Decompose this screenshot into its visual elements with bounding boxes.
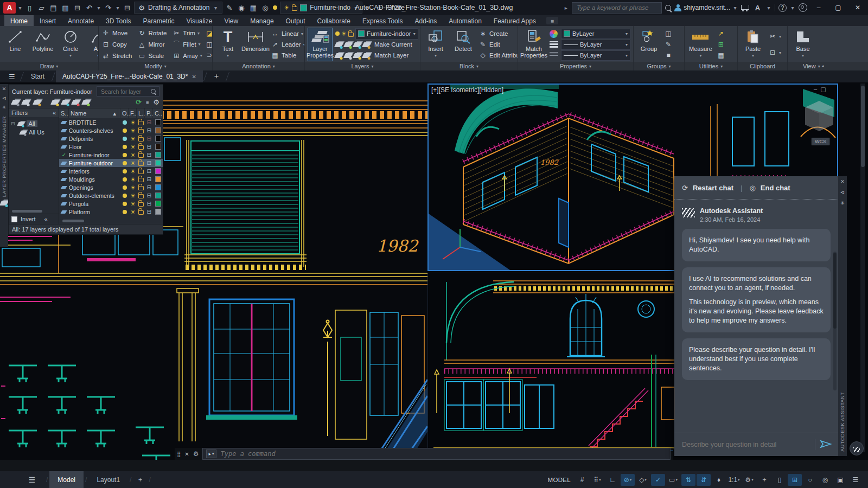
filters-collapse-icon[interactable]: « (53, 110, 56, 116)
quick-calc-button[interactable]: ▦ (717, 50, 725, 61)
measure-button[interactable]: Measure ▾ (687, 28, 714, 61)
layer-on-toggle[interactable] (121, 153, 129, 157)
file-tabs-menu-icon[interactable]: ☰ (4, 70, 20, 82)
batch-plot-icon[interactable]: ⊟ (122, 2, 132, 13)
ribbon-options-icon[interactable]: ■ (546, 17, 558, 24)
create-button[interactable]: ∗Create (478, 29, 518, 39)
layer-row-platform[interactable]: Platform☀⊟ (59, 208, 163, 216)
layer-freeze-toggle[interactable]: ☀ (129, 128, 137, 133)
layer-color-cell[interactable] (153, 168, 163, 174)
status-annotation-scale-toggle[interactable]: 1:1▾ (727, 474, 741, 486)
maximize-button[interactable]: ▢ (830, 1, 846, 14)
layer-row-brdtitle[interactable]: BRDTITLE☀⊟ (59, 118, 163, 126)
layer-on-toggle[interactable] (121, 210, 129, 214)
layer-freeze-toggle[interactable]: ☀ (129, 177, 137, 182)
lightbulb-icon[interactable] (273, 5, 277, 10)
column-header-o-[interactable]: O.. (120, 108, 129, 118)
redo-icon[interactable]: ↷ (103, 2, 113, 13)
annotation-scale-caret-icon[interactable]: ▾ (738, 478, 740, 482)
text-caret-icon[interactable]: ▾ (227, 53, 229, 59)
undo-caret-icon[interactable]: ▾ (96, 2, 101, 13)
layer-lock-toggle[interactable] (137, 127, 145, 133)
layer-plot-toggle[interactable]: ⊟ (145, 192, 153, 198)
minimize-button[interactable]: ‒ (810, 1, 827, 14)
match-properties-button[interactable]: Match Properties (521, 28, 547, 61)
selection-cycling-caret-icon[interactable]: ▾ (675, 478, 678, 482)
layer-plot-toggle[interactable]: ⊟ (145, 119, 153, 125)
ribbon-tab-3d-tools[interactable]: 3D Tools (100, 15, 137, 26)
ungroup-button[interactable]: ◫ (664, 29, 673, 39)
layer-lock-toggle[interactable] (137, 192, 145, 198)
make-current-button[interactable]: Make Current (335, 40, 418, 50)
privacy-icon[interactable] (799, 3, 807, 12)
layer-freeze-toggle[interactable]: ☀ (129, 144, 137, 150)
isolate-icon[interactable]: ■ (146, 100, 149, 105)
end-chat-button[interactable]: End chat (761, 184, 790, 192)
polar-tracking-caret-icon[interactable]: ▾ (630, 478, 632, 482)
polyline-button[interactable]: Polyline (30, 28, 55, 61)
group-select-button[interactable]: ■ (664, 50, 673, 61)
layer-on-toggle[interactable] (121, 161, 129, 165)
status-isometric-drafting-toggle[interactable]: ◇▾ (636, 474, 650, 486)
move-button[interactable]: ✛Move (101, 28, 132, 38)
ribbon-tab-express-tools[interactable]: Express Tools (356, 15, 409, 26)
layer-freeze-toggle[interactable]: ☀ (129, 209, 137, 215)
model-space-label[interactable]: MODEL (548, 477, 571, 483)
linear-button[interactable]: ↔Linear▾ (271, 29, 304, 39)
rotate-button[interactable]: ↻Rotate (137, 28, 167, 38)
app-menu-button[interactable]: A (3, 2, 16, 14)
filters-scrollbar[interactable] (12, 210, 42, 213)
status-selection-cycling-toggle[interactable]: ▭▾ (666, 474, 680, 486)
tab-start[interactable]: Start (24, 70, 51, 82)
column-header-l-[interactable]: L.. (137, 108, 145, 118)
group-button[interactable]: Group (636, 28, 661, 61)
isometric-drafting-caret-icon[interactable]: ▾ (644, 478, 647, 482)
layer-freeze-toggle[interactable]: ☀ (129, 160, 137, 166)
layer-color-cell[interactable] (153, 119, 163, 125)
layer-row-openings[interactable]: Openings☀⊟ (59, 183, 163, 191)
status-graphics-performance-toggle[interactable]: ◎ (818, 474, 832, 486)
layer-color-cell[interactable] (153, 184, 163, 190)
layer-row-mouldings[interactable]: Mouldings☀⊟ (59, 175, 163, 183)
status-selection-filter-toggle[interactable]: ♦ (712, 474, 726, 486)
new-drawing-button[interactable]: ＋ (208, 70, 225, 82)
layer-freeze-toggle[interactable]: ☀ (129, 120, 137, 125)
ribbon-tab-manage[interactable]: Manage (244, 15, 279, 26)
layer-freeze-toggle[interactable]: ☀ (129, 193, 137, 198)
insert-block-button[interactable]: Insert ▾ (423, 28, 448, 61)
palette-properties-icon[interactable]: ✳ (2, 105, 7, 110)
layer-lock-toggle[interactable] (137, 136, 145, 142)
fillet-button[interactable]: ⌒Fillet▾ (172, 39, 202, 50)
layer-search-box[interactable] (97, 86, 159, 97)
circle-caret-icon[interactable]: ▾ (69, 53, 72, 59)
new-group-filter-icon[interactable] (21, 100, 30, 105)
view-cube[interactable] (802, 98, 837, 137)
column-header-f-[interactable]: F.. (129, 108, 137, 118)
leader-button[interactable]: ↗Leader▾ (271, 40, 304, 50)
column-header-name[interactable]: Name▴ (69, 108, 120, 118)
account-button[interactable]: shiyamdev.srit... ▾ (674, 2, 738, 13)
status-annotation-monitor-toggle[interactable]: ＋ (757, 474, 771, 486)
layer-on-toggle[interactable] (121, 194, 129, 198)
refresh-icon[interactable]: ⟳ (136, 98, 142, 106)
layer-lock-toggle[interactable] (137, 144, 145, 150)
dimension-button[interactable]: Dimension (243, 28, 268, 61)
table-button[interactable]: ▦Table (271, 50, 304, 61)
status-snap-mode-toggle[interactable]: ⠿▾ (590, 474, 604, 486)
command-input[interactable] (220, 450, 667, 458)
layer-row-pergola[interactable]: Pergola☀⊟ (59, 200, 163, 208)
layer-color-cell[interactable] (153, 201, 163, 207)
chat-input[interactable] (681, 440, 810, 449)
select-all-button[interactable]: ⊞ (717, 40, 725, 50)
ribbon-tab-output[interactable]: Output (280, 15, 311, 26)
copy-clip-button[interactable]: ⊡▾ (768, 48, 781, 58)
drawing-area[interactable]: 1982 [+][SE Isometric][Hidden] (0, 82, 868, 460)
scale-button[interactable]: ▭Scale (137, 50, 167, 61)
ribbon-tab-collaborate[interactable]: Collaborate (311, 15, 356, 26)
explode-button[interactable]: ◫ (205, 40, 212, 50)
leader-caret-icon[interactable]: ▾ (303, 42, 304, 47)
ribbon-tab-insert[interactable]: Insert (34, 15, 62, 26)
layer-lock-toggle[interactable] (137, 152, 145, 158)
autodesk-a-icon[interactable]: A (752, 2, 763, 13)
erase-button[interactable]: ◪ (205, 29, 212, 39)
